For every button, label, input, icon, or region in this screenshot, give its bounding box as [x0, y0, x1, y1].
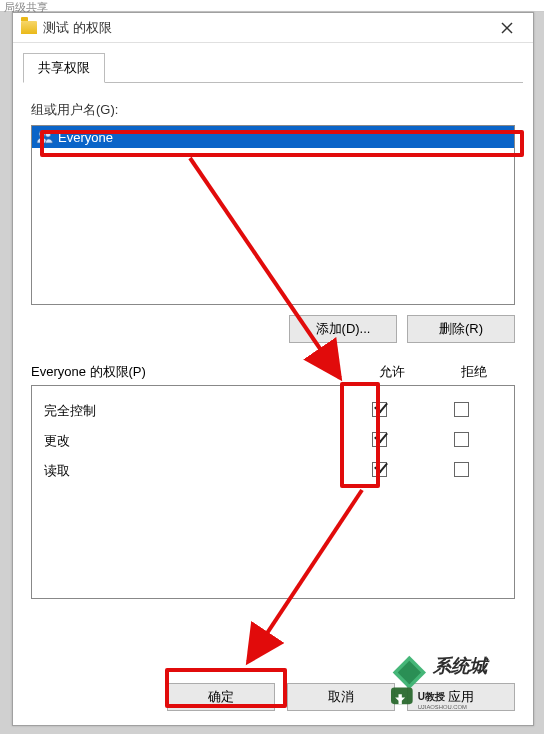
cancel-button[interactable]: 取消: [287, 683, 395, 711]
allow-checkbox[interactable]: [372, 462, 387, 477]
tab-share-permissions[interactable]: 共享权限: [23, 53, 105, 83]
window-title: 测试 的权限: [43, 19, 485, 37]
groups-users-list[interactable]: Everyone: [31, 125, 515, 305]
apply-button[interactable]: 应用: [407, 683, 515, 711]
permission-name: 读取: [44, 462, 338, 480]
background-window-hint: 局级共享: [0, 0, 544, 12]
permissions-for-label: Everyone 的权限(P): [31, 363, 351, 381]
deny-checkbox[interactable]: [454, 462, 469, 477]
permission-row: 更改: [32, 426, 514, 456]
permissions-header: Everyone 的权限(P) 允许 拒绝: [31, 363, 515, 381]
permission-name: 更改: [44, 432, 338, 450]
groups-users-label: 组或用户名(G):: [31, 101, 515, 119]
deny-checkbox[interactable]: [454, 432, 469, 447]
deny-checkbox[interactable]: [454, 402, 469, 417]
folder-icon: [21, 21, 37, 34]
permission-row: 读取: [32, 456, 514, 486]
svg-point-3: [45, 132, 50, 137]
list-item-everyone[interactable]: Everyone: [32, 126, 514, 148]
panel: 组或用户名(G): Everyone 添加(D)... 删除(R) Everyo…: [13, 83, 533, 599]
column-allow: 允许: [351, 363, 433, 381]
column-deny: 拒绝: [433, 363, 515, 381]
permissions-dialog: 测试 的权限 共享权限 组或用户名(G):: [12, 12, 534, 726]
remove-button[interactable]: 删除(R): [407, 315, 515, 343]
permissions-grid: 完全控制更改读取: [31, 385, 515, 599]
ok-button[interactable]: 确定: [167, 683, 275, 711]
dialog-action-row: 确定 取消 应用: [13, 683, 533, 711]
allow-checkbox[interactable]: [372, 432, 387, 447]
svg-point-2: [39, 131, 45, 137]
close-button[interactable]: [485, 14, 529, 42]
permission-row: 完全控制: [32, 396, 514, 426]
add-button[interactable]: 添加(D)...: [289, 315, 397, 343]
tab-strip: 共享权限: [13, 43, 533, 83]
titlebar: 测试 的权限: [13, 13, 533, 43]
list-item-label: Everyone: [58, 130, 113, 145]
group-icon: [36, 130, 54, 144]
allow-checkbox[interactable]: [372, 402, 387, 417]
close-icon: [501, 22, 513, 34]
permission-name: 完全控制: [44, 402, 338, 420]
